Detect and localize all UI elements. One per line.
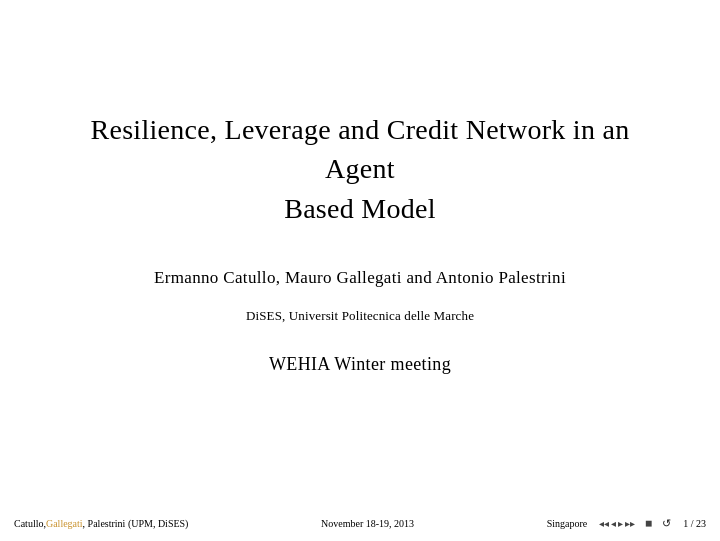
- footer-page: 1 / 23: [683, 518, 706, 529]
- footer: Catullo, Gallegati, Palestrini (UPM, DiS…: [0, 505, 720, 541]
- nav-separator: ◼: [645, 518, 652, 528]
- footer-right: Singapore ◂◂ ◂ ▸ ▸▸ ◼ ↺ 1 / 23: [547, 517, 706, 530]
- footer-nav-area: ◂◂ ◂ ▸ ▸▸ ◼ ↺: [599, 517, 671, 530]
- nav-arrow-last[interactable]: ▸▸: [625, 518, 635, 529]
- footer-location: Singapore: [547, 518, 588, 529]
- footer-author-highlight: Gallegati: [46, 518, 83, 529]
- nav-arrow-prev[interactable]: ◂: [611, 518, 616, 529]
- slide: Resilience, Leverage and Credit Network …: [0, 0, 720, 541]
- footer-authors: Catullo, Gallegati, Palestrini (UPM, DiS…: [14, 518, 188, 529]
- affiliation: DiSES, Universit Politecnica delle March…: [246, 308, 474, 324]
- authors: Ermanno Catullo, Mauro Gallegati and Ant…: [154, 268, 566, 288]
- footer-authors-before: Catullo,: [14, 518, 46, 529]
- footer-date: November 18-19, 2013: [321, 518, 414, 529]
- event: WEHIA Winter meeting: [269, 354, 451, 375]
- main-content: Resilience, Leverage and Credit Network …: [0, 0, 720, 505]
- nav-controls: ◂◂ ◂ ▸ ▸▸: [599, 518, 635, 529]
- slide-title: Resilience, Leverage and Credit Network …: [60, 110, 660, 228]
- nav-refresh[interactable]: ↺: [662, 517, 671, 530]
- footer-authors-after: , Palestrini (UPM, DiSES): [83, 518, 189, 529]
- nav-arrow-next[interactable]: ▸: [618, 518, 623, 529]
- title-line2: Based Model: [284, 193, 436, 224]
- title-line1: Resilience, Leverage and Credit Network …: [91, 114, 630, 184]
- nav-arrow-first[interactable]: ◂◂: [599, 518, 609, 529]
